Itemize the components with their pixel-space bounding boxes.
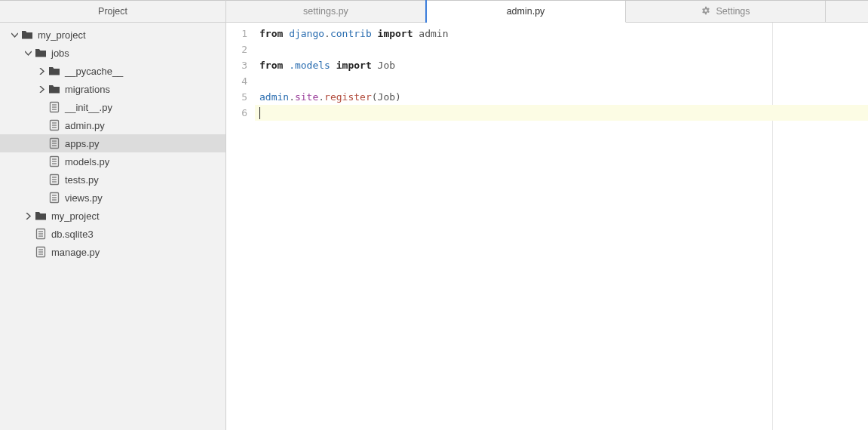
tree-item-label: __pycache__ — [65, 66, 123, 77]
project-sidebar: Project my_projectjobs__pycache__migrati… — [0, 0, 226, 430]
tab-label: settings.py — [303, 6, 348, 17]
code-line[interactable]: admin.site.register(Job) — [255, 89, 868, 105]
editor-content[interactable]: from django.contrib import adminfrom .mo… — [255, 23, 868, 430]
project-tree[interactable]: my_projectjobs__pycache__migrations__ini… — [0, 23, 225, 261]
code-line[interactable]: from .models import Job — [255, 57, 868, 73]
tree-item-label: manage.py — [51, 247, 100, 258]
tree-item-label: admin.py — [65, 120, 105, 131]
file-icon — [48, 155, 60, 167]
tab-settings-py[interactable]: settings.py — [226, 1, 426, 22]
tree-item-migrations[interactable]: migrations — [0, 80, 225, 98]
file-icon — [48, 192, 60, 204]
expander-placeholder — [36, 174, 47, 185]
expander-icon[interactable] — [23, 210, 33, 221]
expander-placeholder — [36, 120, 47, 131]
tree-item-manage-py[interactable]: manage.py — [0, 243, 225, 261]
tab-settings[interactable]: Settings — [626, 1, 826, 22]
line-number: 6 — [226, 105, 247, 121]
code-line[interactable] — [255, 105, 868, 121]
tree-item-label: apps.py — [65, 138, 100, 149]
tree-item-apps-py[interactable]: apps.py — [0, 134, 225, 152]
expander-placeholder — [36, 192, 47, 203]
tree-item-label: my_project — [38, 29, 86, 41]
tree-item-label: tests.py — [65, 174, 99, 186]
tree-item-label: migrations — [65, 84, 110, 95]
folder-icon — [35, 210, 47, 222]
tree-item-tests-py[interactable]: tests.py — [0, 170, 225, 189]
tree-item-my-project[interactable]: my_project — [0, 26, 225, 44]
file-icon — [48, 101, 60, 113]
expander-icon[interactable] — [36, 84, 47, 94]
editor-gutter: 123456 — [226, 23, 255, 430]
sidebar-title: Project — [0, 0, 225, 23]
tab-label: Settings — [716, 6, 750, 17]
tree-item-jobs[interactable]: jobs — [0, 44, 225, 62]
right-margin-guide — [772, 23, 773, 430]
expander-placeholder — [36, 138, 47, 149]
tree-item-admin-py[interactable]: admin.py — [0, 116, 225, 134]
tree-item-views-py[interactable]: views.py — [0, 189, 225, 207]
code-line[interactable]: from django.contrib import admin — [255, 26, 868, 41]
folder-icon — [48, 65, 60, 77]
expander-placeholder — [23, 229, 33, 239]
file-icon — [35, 246, 47, 258]
tree-item-label: models.py — [65, 156, 109, 167]
tree-item-label: jobs — [51, 48, 69, 59]
line-number: 1 — [226, 26, 247, 41]
line-number: 2 — [226, 41, 247, 57]
line-number: 3 — [226, 57, 247, 73]
file-icon — [48, 119, 60, 131]
tab-label: admin.py — [507, 6, 545, 17]
gear-icon — [701, 5, 711, 18]
main-area: settings.pyadmin.pySettings 123456 from … — [226, 0, 868, 430]
line-number: 5 — [226, 89, 247, 105]
expander-placeholder — [36, 156, 47, 167]
code-line[interactable] — [255, 73, 868, 89]
tree-item-models-py[interactable]: models.py — [0, 152, 225, 170]
expander-placeholder — [23, 247, 33, 257]
tree-item-label: views.py — [65, 192, 103, 204]
text-caret — [259, 107, 260, 119]
tree-item-label: my_project — [51, 210, 100, 222]
editor-tabbar: settings.pyadmin.pySettings — [226, 0, 868, 23]
code-line[interactable] — [255, 41, 868, 57]
folder-icon — [21, 29, 33, 41]
expander-icon[interactable] — [36, 66, 47, 76]
file-icon — [35, 228, 47, 240]
file-icon — [48, 137, 60, 149]
expander-placeholder — [36, 102, 47, 112]
folder-icon — [35, 47, 47, 59]
editor[interactable]: 123456 from django.contrib import adminf… — [226, 23, 868, 430]
line-number: 4 — [226, 73, 247, 89]
tree-item-label: db.sqlite3 — [51, 229, 94, 240]
file-icon — [48, 174, 60, 186]
tree-item-db-sqlite3[interactable]: db.sqlite3 — [0, 225, 225, 243]
expander-icon[interactable] — [23, 48, 33, 58]
tree-item-label: __init__.py — [65, 102, 112, 113]
active-tab-indicator — [425, 0, 427, 23]
tree-item--pycache-[interactable]: __pycache__ — [0, 62, 225, 80]
tree-item--init-py[interactable]: __init__.py — [0, 98, 225, 116]
folder-icon — [48, 83, 60, 95]
tree-item-my-project[interactable]: my_project — [0, 207, 225, 225]
expander-icon[interactable] — [9, 29, 20, 40]
tab-admin-py[interactable]: admin.py — [426, 1, 626, 23]
